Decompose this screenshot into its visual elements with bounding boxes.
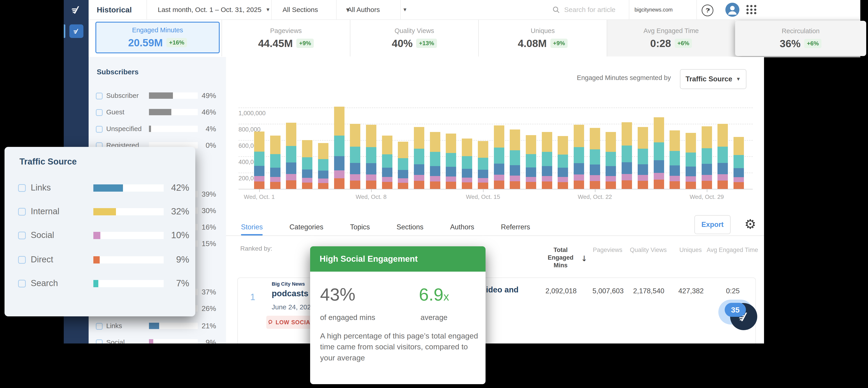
app-grid-icon[interactable] bbox=[746, 5, 757, 14]
checkbox-icon[interactable] bbox=[96, 93, 103, 99]
tab-sections[interactable]: Sections bbox=[397, 219, 423, 235]
authors-filter-dropdown[interactable]: All Authors ▼ bbox=[347, 0, 407, 20]
domain-dropdown[interactable]: bigcitynews.com ▼ bbox=[634, 0, 711, 20]
metric-delta-badge: +9% bbox=[550, 39, 568, 48]
chart-bar-day-1[interactable] bbox=[254, 131, 265, 189]
chart-bar-day-29[interactable] bbox=[702, 126, 712, 189]
chart-bar-day-30[interactable] bbox=[717, 124, 728, 189]
bar-segment-direct bbox=[542, 182, 552, 189]
sort-desc-icon[interactable]: ↓ bbox=[581, 254, 587, 263]
metric-tab-recirculation[interactable]: Recirculation36%+6% bbox=[735, 21, 866, 56]
chart-bar-day-3[interactable] bbox=[286, 123, 296, 189]
filter-row-unspecified: Unspecified4% bbox=[89, 124, 226, 134]
chart-bar-day-25[interactable] bbox=[638, 127, 648, 189]
chart-bar-day-16[interactable] bbox=[494, 125, 504, 189]
chart-bar-day-8[interactable] bbox=[366, 125, 376, 189]
chart-bar-day-22[interactable] bbox=[590, 128, 600, 189]
filter-row-links: Links21% bbox=[89, 321, 226, 331]
segment-dropdown[interactable]: Traffic Source ▼ bbox=[680, 69, 746, 89]
chart-bar-day-28[interactable] bbox=[686, 133, 696, 189]
chart-bar-day-17[interactable] bbox=[510, 129, 520, 189]
bar-segment-search bbox=[318, 159, 329, 171]
chart-bar-day-18[interactable] bbox=[526, 135, 536, 189]
metric-tab-avg-engaged-time[interactable]: Avg Engaged Time0:28+6% bbox=[607, 20, 735, 57]
x-axis-label: Wed, Oct. 1 bbox=[232, 193, 286, 200]
bar-segment-search bbox=[398, 158, 408, 170]
bar-segment-social bbox=[606, 176, 616, 182]
checkbox-icon[interactable] bbox=[18, 280, 26, 287]
sidebar-item-historical[interactable] bbox=[69, 24, 84, 38]
tab-topics[interactable]: Topics bbox=[350, 219, 370, 235]
metric-tab-quality-views[interactable]: Quality Views40%+13% bbox=[350, 20, 478, 57]
chart-bar-day-31[interactable] bbox=[734, 137, 744, 189]
chart-bar-day-21[interactable] bbox=[574, 125, 584, 189]
chart-bar-day-26[interactable] bbox=[654, 117, 664, 189]
caret-down-icon: ▼ bbox=[402, 7, 407, 13]
chart-bar-day-15[interactable] bbox=[478, 141, 488, 189]
tab-referrers[interactable]: Referrers bbox=[501, 219, 530, 235]
metric-tab-engaged-minutes[interactable]: Engaged Minutes20.59M+16% bbox=[95, 22, 220, 53]
metric-tab-uniques[interactable]: Uniques4.08M+9% bbox=[478, 20, 607, 57]
chart-bar-day-2[interactable] bbox=[270, 136, 281, 189]
metric-delta-badge: +16% bbox=[166, 38, 187, 47]
user-avatar[interactable] bbox=[725, 3, 739, 17]
column-header-avg-engaged-time[interactable]: Avg Engaged Time bbox=[705, 246, 760, 254]
chart-bar-day-9[interactable] bbox=[382, 136, 393, 189]
tab-authors[interactable]: Authors bbox=[450, 219, 474, 235]
chart-bar-day-13[interactable] bbox=[446, 134, 456, 189]
bar-segment-direct bbox=[398, 183, 408, 189]
settings-gear-icon[interactable]: ⚙ bbox=[742, 215, 758, 233]
x-axis-tick bbox=[707, 189, 707, 192]
tab-stories[interactable]: Stories bbox=[241, 219, 263, 235]
gridline bbox=[239, 124, 753, 124]
checkbox-icon[interactable] bbox=[18, 184, 26, 192]
chart-bar-day-10[interactable] bbox=[398, 142, 408, 189]
metric-label: Avg Engaged Time bbox=[644, 27, 699, 35]
bar-segment-links bbox=[670, 165, 680, 175]
bar-segment-direct bbox=[717, 181, 728, 189]
chart-bar-day-6[interactable] bbox=[334, 107, 344, 189]
article-search-input[interactable]: Search for article bbox=[552, 0, 616, 20]
bar-segment-links bbox=[606, 166, 616, 176]
chart-bar-day-27[interactable] bbox=[670, 130, 680, 189]
export-button[interactable]: Export bbox=[694, 215, 731, 234]
chart-bar-day-11[interactable] bbox=[414, 127, 424, 189]
checkbox-icon[interactable] bbox=[96, 126, 103, 133]
column-header-total-engaged-mins[interactable]: Total Engaged Mins bbox=[542, 246, 579, 269]
chart-bar-day-19[interactable] bbox=[542, 132, 552, 189]
chart-bar-day-23[interactable] bbox=[606, 132, 616, 189]
filter-row-social: Social9% bbox=[89, 337, 226, 344]
chart-bar-day-14[interactable] bbox=[462, 138, 472, 189]
checkbox-icon[interactable] bbox=[18, 208, 26, 216]
date-range-dropdown[interactable]: Last month, Oct. 1 – Oct. 31, 2025 ▼ bbox=[158, 0, 270, 20]
chart-bar-day-4[interactable] bbox=[302, 140, 312, 189]
low-social-badge[interactable]: LOW SOCIAL bbox=[266, 316, 315, 329]
bar-segment-links bbox=[398, 170, 408, 178]
tab-categories[interactable]: Categories bbox=[289, 219, 323, 235]
traffic-source-title: Traffic Source bbox=[20, 157, 76, 166]
story-title-link[interactable]: podcasts bbox=[272, 289, 308, 298]
bar-segment-social bbox=[270, 177, 281, 182]
checkbox-icon[interactable] bbox=[18, 256, 26, 264]
chart-bar-day-24[interactable] bbox=[622, 122, 632, 189]
chart-bar-day-7[interactable] bbox=[350, 124, 360, 189]
chart-x-axis bbox=[239, 189, 753, 189]
checkbox-icon[interactable] bbox=[18, 232, 26, 239]
bar-segment-links bbox=[366, 163, 376, 174]
checkbox-icon[interactable] bbox=[96, 340, 103, 344]
checkbox-icon[interactable] bbox=[96, 323, 103, 330]
help-button[interactable]: ? bbox=[702, 4, 713, 16]
active-nav-indicator bbox=[64, 24, 65, 38]
bar-segment-direct bbox=[302, 183, 312, 189]
bar-segment-links bbox=[414, 164, 424, 175]
notification-count-badge[interactable]: 35 bbox=[725, 303, 746, 317]
chart-bar-day-20[interactable] bbox=[558, 136, 568, 189]
metric-value: 4.08M bbox=[518, 37, 547, 50]
chart-bar-day-5[interactable] bbox=[318, 143, 329, 189]
parsely-logo[interactable] bbox=[64, 0, 89, 20]
metric-tab-pageviews[interactable]: Pageviews44.45M+9% bbox=[221, 20, 350, 57]
sections-filter-dropdown[interactable]: All Sections ▼ bbox=[283, 0, 350, 20]
checkbox-icon[interactable] bbox=[96, 109, 103, 116]
bar-segment-social bbox=[302, 178, 312, 183]
chart-bar-day-12[interactable] bbox=[430, 132, 440, 189]
